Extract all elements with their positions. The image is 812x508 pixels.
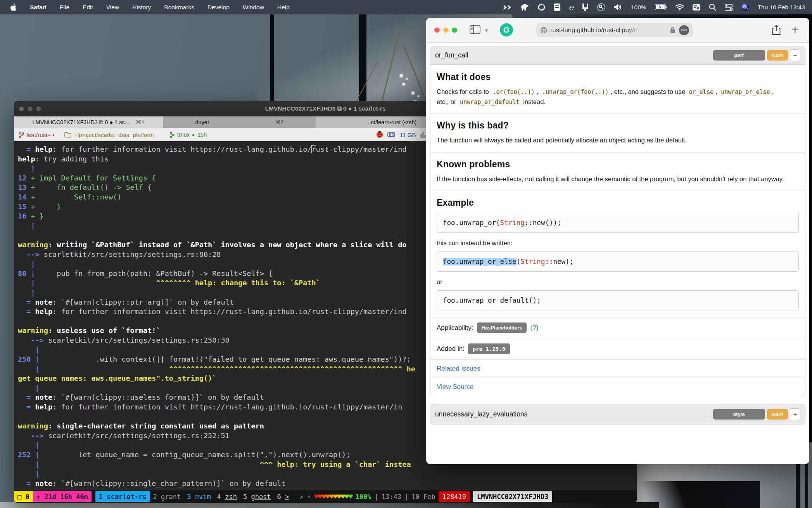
menu-view[interactable]: View [106,4,119,11]
tmux-status-bar: □ 0 ↑ 21d 16h 46m 1 scarlet-rs 2 grant3 … [14,490,637,503]
related-issues-row: Related Issues [430,359,805,378]
terminal-cursor: r [311,145,316,153]
chevron-down-icon[interactable]: ▾ [485,27,488,33]
new-tab-button[interactable]: + [791,23,798,36]
menu-safari[interactable]: Safari [30,4,47,11]
share-icon[interactable] [772,25,781,35]
globe-icon [540,27,547,34]
section-known-problems: Known problems If the function has side-… [430,152,805,191]
ladybug-icon [377,132,383,138]
tmux-hostname-badge: LMVNHCC02X71XFJHD3 [473,491,552,502]
sidebar-toggle-button[interactable] [470,25,480,34]
address-bar[interactable]: rust-lang.github.io/rust-clippy/m ••• [536,23,693,37]
section-heading: Known problems [437,159,799,170]
clamp-icon[interactable] [582,3,589,11]
tmux-window-active[interactable]: 1 scarlet-rs [95,491,150,502]
view-source-link[interactable]: View Source [437,383,473,391]
tmux-window-3[interactable]: 3 nvim [184,493,214,501]
menu-bookmarks[interactable]: Bookmarks [164,4,194,11]
menu-help[interactable]: Help [277,4,290,11]
menu-edit[interactable]: Edit [83,4,93,11]
animal-icon[interactable] [521,4,529,11]
added-in-label: Added in: [437,345,465,353]
terminal-line: = note: `#[warn(clippy::single_char_patt… [18,479,637,489]
tmux-uptime: ↑ 21d 16h 46m [33,491,92,502]
heart-icon: ♥ [345,492,349,501]
apple-menu-icon[interactable] [10,3,17,11]
tab-label: LMVNHCC02X71XFJHD3 ⧉ 0 ● 1 sc... [33,119,130,126]
key-circle-icon[interactable] [597,3,605,11]
close-button[interactable] [434,28,440,33]
tmux-window-4[interactable]: 4 zsh [214,493,240,501]
desktop: { "menu_bar": { "apple": "", "items": ["… [0,0,812,508]
tmux-window-2[interactable]: 2 grant [150,493,184,501]
code-block[interactable]: foo.unwrap_or_default(); [437,290,799,310]
menu-bar: Safari File Edit View History Bookmarks … [0,0,812,14]
added-in-row: Added in: pre 1.29.0 [430,338,805,359]
control-center-icon[interactable] [725,4,733,11]
lint-panel: or_fun_call perf warn − What it does Che… [430,46,805,396]
tab-label: duyet [195,119,209,125]
inline-code: .unwrap_or(foo(..)) [540,88,611,96]
terminal-tab-2[interactable]: duyet ⌘2 [163,116,316,128]
lint-group-badge[interactable]: style [713,409,765,420]
ring-app-icon[interactable] [538,3,545,11]
tmux-battery-percent: 100% [355,493,371,501]
grammarly-icon[interactable]: G [500,23,513,36]
lint-header[interactable]: or_fun_call perf warn − [430,46,805,65]
wallpaper-bottom-strip [0,502,659,508]
reader-options-icon[interactable]: ••• [679,25,689,35]
siri-icon[interactable] [741,3,749,11]
zoom-button[interactable] [452,28,457,33]
volume-icon[interactable] [614,4,622,10]
lock-icon [670,27,675,33]
terminal-line: | [18,469,637,479]
collapse-button[interactable]: − [790,49,800,61]
lint-group-badge[interactable]: perf [713,50,765,61]
cwd-status: ~/project/scarlet_data_platform [64,132,154,138]
tmux-traffic-arrows: ↗ ↑ [299,493,311,501]
tmux-battery-hearts: ♥♥♥♥♥♥♥♥♥♥ [314,492,352,501]
terminal-tab-1[interactable]: LMVNHCC02X71XFJHD3 ⧉ 0 ● 1 sc... ⌘1 [14,116,163,128]
expand-button[interactable]: + [790,408,800,420]
folder-icon [64,132,71,138]
input-source-icon[interactable] [693,4,700,10]
tmux-pane-indicator: □ 0 [14,491,33,502]
git-branch-label: feat/rust+ • [26,132,54,138]
session-status: tmux ◂ -zsh [169,131,207,138]
arrows-icon[interactable] [503,4,512,10]
memory-label: 11 GB [400,132,416,138]
wifi-icon[interactable] [676,4,684,10]
minimize-button[interactable] [443,28,449,33]
lint-name: or_fun_call [435,51,468,59]
wallpaper-window-frame [805,462,808,508]
menu-file[interactable]: File [60,4,69,11]
related-issues-link[interactable]: Related Issues [437,365,480,373]
section-text: The function will always be called and p… [437,135,786,146]
inline-code: unwrap_or_else [719,88,772,96]
memory-icon [387,132,395,138]
applicability-help-link[interactable]: (?) [530,324,538,332]
session-label: tmux ◂ -zsh [177,131,207,138]
menu-window[interactable]: Window [243,4,264,11]
applicability-row: Applicability: HasPlaceholders (?) [430,317,805,338]
script-e-icon[interactable]: e [569,3,574,12]
next-lint-bar[interactable]: unnecessary_lazy_evaluations style warn … [430,404,805,425]
menu-bar-clock[interactable]: Thu 10 Feb 13:43 [758,4,805,11]
added-in-badge: pre 1.29.0 [468,343,510,354]
tmux-window-6[interactable]: 6 > [274,493,292,501]
heart-icon: ♥ [326,492,330,501]
code-block[interactable]: foo.unwrap_or(String::new()); [437,213,799,233]
tmux-window-5[interactable]: 5 ghost [240,493,274,501]
menu-develop[interactable]: Develop [207,4,230,11]
notes-icon[interactable] [554,3,560,11]
menu-history[interactable]: History [132,4,151,11]
lint-level-badge[interactable]: warn [767,409,788,420]
section-example: Example foo.unwrap_or(String::new()); th… [430,191,805,317]
battery-icon [655,4,667,10]
section-heading: What it does [437,72,799,82]
code-block[interactable]: foo.unwrap_or_else(String::new); [437,251,799,272]
inline-code: or_else [687,88,715,96]
lint-level-badge[interactable]: warn [767,50,788,61]
spotlight-icon[interactable] [709,3,716,11]
